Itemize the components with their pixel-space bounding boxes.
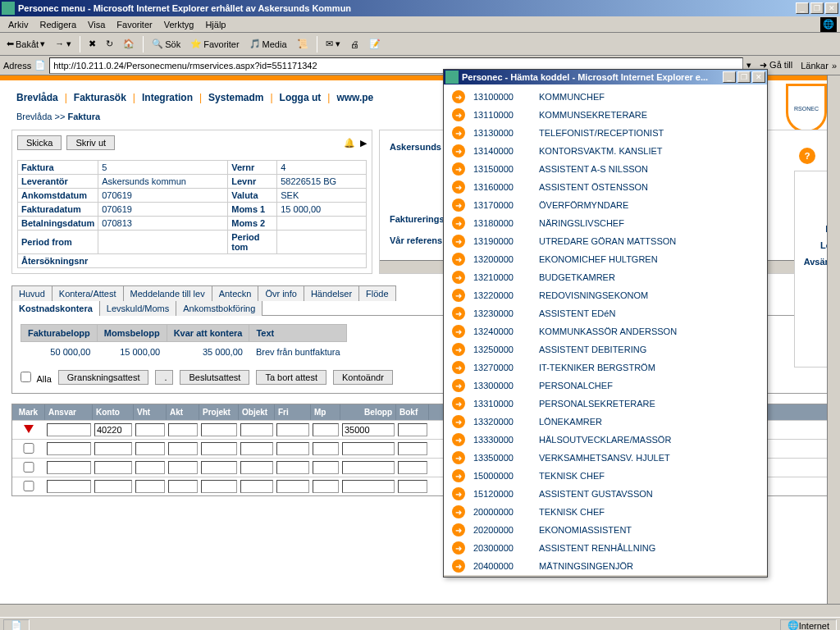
popup-restore-button[interactable]: ❐: [737, 71, 751, 83]
favorites-button[interactable]: ⭐ Favoriter: [187, 37, 242, 51]
print-button[interactable]: 🖨: [347, 38, 363, 51]
koddel-item[interactable]: ➜15000000TEKNISK CHEF: [444, 467, 767, 485]
koddel-item[interactable]: ➜13160000ASSISTENT ÖSTENSSON: [444, 178, 767, 196]
koddel-item[interactable]: ➜13240000KOMMUNKASSÖR ANDERSSON: [444, 322, 767, 340]
koddel-item[interactable]: ➜13230000ASSISTENT EDéN: [444, 304, 767, 322]
koddel-item[interactable]: ➜15120000ASSISTENT GUSTAVSSON: [444, 485, 767, 503]
links-chevron[interactable]: »: [832, 61, 837, 71]
koddel-item[interactable]: ➜13100000KOMMUNCHEF: [444, 88, 767, 106]
koddel-item[interactable]: ➜13200000EKONOMICHEF HULTGREN: [444, 250, 767, 268]
mail-button[interactable]: ✉ ▾: [322, 37, 344, 51]
stop-button[interactable]: ✖: [85, 37, 99, 51]
koddel-item[interactable]: ➜13310000PERSONALSEKRETERARE: [444, 395, 767, 413]
row-checkbox[interactable]: [14, 462, 43, 472]
home-button[interactable]: 🏠: [120, 37, 138, 51]
menu-favoriter[interactable]: Favoriter: [112, 18, 157, 31]
koddel-item[interactable]: ➜13170000ÖVERFÖRMYNDARE: [444, 196, 767, 214]
koddel-item[interactable]: ➜13300000PERSONALCHEF: [444, 377, 767, 395]
tab-levskuld[interactable]: Levskuld/Moms: [99, 301, 176, 316]
tab-kontera[interactable]: Kontera/Attest: [52, 285, 124, 301]
tab-ankomst[interactable]: Ankomstbokföring: [176, 301, 262, 316]
edit-button[interactable]: 📝: [366, 37, 384, 51]
forward-button[interactable]: → ▾: [52, 37, 75, 51]
menu-visa[interactable]: Visa: [83, 18, 110, 31]
tab-meddelande[interactable]: Meddelande till lev: [123, 285, 212, 301]
bell-icon[interactable]: 🔔: [344, 138, 355, 148]
nav-www[interactable]: www.pe: [336, 92, 373, 103]
menu-redigera[interactable]: Redigera: [34, 18, 81, 31]
konto-input[interactable]: [94, 423, 132, 436]
koddel-item[interactable]: ➜13210000BUDGETKAMRER: [444, 268, 767, 286]
media-button[interactable]: 🎵 Media: [246, 37, 290, 51]
links-label[interactable]: Länkar: [801, 61, 829, 71]
koddel-item[interactable]: ➜20000000TEKNISK CHEF: [444, 503, 767, 521]
koddel-item[interactable]: ➜20200000EKONOMIASSISTENT: [444, 521, 767, 539]
history-button[interactable]: 📜: [294, 37, 312, 51]
menu-verktyg[interactable]: Verktyg: [159, 18, 199, 31]
mp-input[interactable]: [313, 423, 339, 436]
koddel-list[interactable]: ➜13100000KOMMUNCHEF➜13110000KOMMUNSEKRET…: [444, 84, 767, 575]
koddel-item[interactable]: ➜13320000LÖNEKAMRER: [444, 413, 767, 431]
flag-icon[interactable]: ▶: [360, 138, 367, 148]
nav-systemadm[interactable]: Systemadm: [208, 92, 263, 103]
vht-input[interactable]: [135, 423, 165, 436]
nav-brevlada[interactable]: Brevlåda: [16, 92, 58, 103]
refresh-button[interactable]: ↻: [103, 37, 116, 51]
skrivut-button[interactable]: Skriv ut: [66, 135, 115, 150]
nav-fakturasok[interactable]: Fakturasök: [74, 92, 126, 103]
popup-minimize-button[interactable]: _: [723, 71, 736, 83]
content-vscroll[interactable]: [827, 75, 840, 604]
koddel-item[interactable]: ➜13130000TELEFONIST/RECEPTIONIST: [444, 124, 767, 142]
restore-button[interactable]: ❐: [810, 2, 824, 14]
menu-hjalp[interactable]: Hjälp: [200, 18, 231, 31]
projekt-input[interactable]: [201, 423, 237, 436]
content-hscroll[interactable]: [0, 604, 840, 617]
ansvar-input[interactable]: [47, 423, 91, 436]
konto-button[interactable]: Kontoändr: [333, 370, 393, 385]
koddel-item[interactable]: ➜13140000KONTORSVAKTM. KANSLIET: [444, 142, 767, 160]
koddel-item[interactable]: ➜13180000NÄRINGSLIVSCHEF: [444, 214, 767, 232]
mark-triangle-icon[interactable]: [24, 425, 34, 433]
minimize-button[interactable]: _: [796, 2, 809, 14]
alla-checkbox[interactable]: Alla: [21, 372, 52, 384]
kod-code: 13100000: [473, 92, 531, 102]
search-button[interactable]: 🔍 Sök: [148, 37, 184, 51]
koddel-item[interactable]: ➜20400000MÄTNINGSINGENJÖR: [444, 557, 767, 575]
akt-input[interactable]: [168, 423, 198, 436]
koddel-item[interactable]: ➜13350000VERKSAMHETSANSV. HJULET: [444, 449, 767, 467]
popup-close-button[interactable]: ✕: [752, 71, 765, 83]
gransk-button[interactable]: Granskningsattest: [58, 370, 149, 385]
tab-handelser[interactable]: Händelser: [304, 285, 359, 301]
row-checkbox[interactable]: [14, 481, 43, 491]
tab-anteckn[interactable]: Anteckn: [212, 285, 259, 301]
belopp-input[interactable]: [342, 423, 395, 436]
koddel-item[interactable]: ➜13150000ASSISTENT A-S NILSSON: [444, 160, 767, 178]
objekt-input[interactable]: [240, 423, 273, 436]
beslut-button[interactable]: Beslutsattest: [180, 370, 249, 385]
koddel-item[interactable]: ➜13250000ASSISTENT DEBITERING: [444, 340, 767, 358]
back-button[interactable]: ⬅ Bakåt ▾: [3, 37, 48, 51]
menu-arkiv[interactable]: Arkiv: [3, 18, 33, 31]
help-icon[interactable]: ?: [799, 148, 815, 164]
tab-kostnadskontera[interactable]: Kostnadskontera: [11, 301, 100, 316]
dot-button[interactable]: .: [155, 370, 173, 385]
koddel-item[interactable]: ➜20300000ASSISTENT RENHÅLLNING: [444, 539, 767, 557]
tab-flode[interactable]: Flöde: [358, 285, 396, 301]
koddel-item[interactable]: ➜13330000HÄLSOUTVECKLARE/MASSÖR: [444, 431, 767, 449]
row-checkbox[interactable]: [14, 443, 43, 454]
skicka-button[interactable]: Skicka: [17, 135, 62, 150]
close-button[interactable]: ✕: [825, 2, 838, 14]
koddel-item[interactable]: ➜13220000REDOVISNINGSEKONOM: [444, 286, 767, 304]
tab-huvud[interactable]: Huvud: [11, 285, 52, 301]
tabort-button[interactable]: Ta bort attest: [256, 370, 326, 385]
bokf-input[interactable]: [398, 423, 427, 436]
nav-integration[interactable]: Integration: [142, 92, 193, 103]
breadcrumb-root[interactable]: Brevlåda: [16, 112, 52, 121]
koddel-item[interactable]: ➜13270000IT-TEKNIKER BERGSTRÖM: [444, 358, 767, 377]
fri-input[interactable]: [276, 423, 309, 436]
tab-ovrinfo[interactable]: Övr info: [258, 285, 304, 301]
window-title: Personec menu - Microsoft Internet Explo…: [18, 3, 796, 13]
koddel-item[interactable]: ➜13110000KOMMUNSEKRETERARE: [444, 106, 767, 124]
nav-loggaut[interactable]: Logga ut: [280, 92, 322, 103]
koddel-item[interactable]: ➜13190000UTREDARE GÖRAN MATTSSON: [444, 232, 767, 250]
